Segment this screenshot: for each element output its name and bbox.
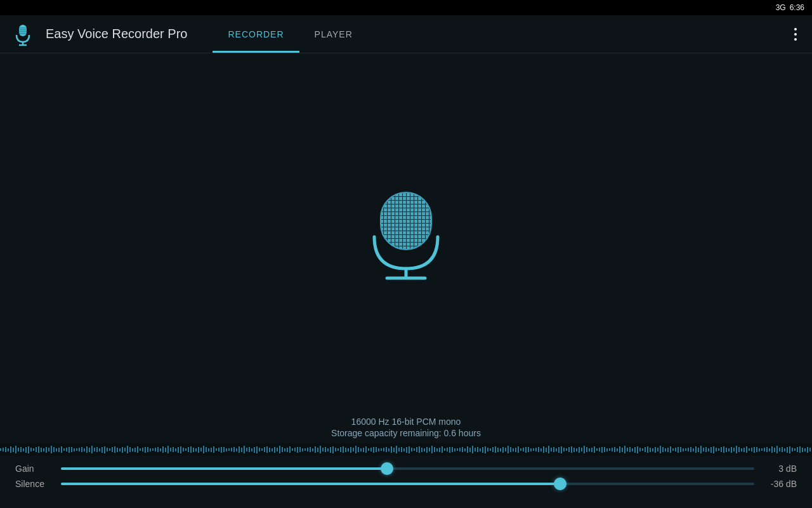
waveform-bar: [327, 448, 329, 451]
waveform-bar: [652, 448, 653, 451]
waveform-bar: [721, 447, 722, 452]
waveform-bar: [665, 448, 666, 451]
waveform-bar: [434, 447, 435, 452]
waveform-bar: [787, 447, 788, 453]
waveform-bar: [398, 448, 400, 451]
waveform-bar: [188, 447, 189, 452]
waveform-bar: [751, 448, 752, 451]
waveform-bar: [728, 448, 730, 451]
signal-indicator: 3G: [776, 3, 786, 12]
waveform-bar: [731, 447, 732, 453]
audio-format-label: 16000 Hz 16-bit PCM mono: [331, 417, 481, 427]
waveform-bar: [297, 447, 298, 453]
waveform-bar: [76, 448, 77, 451]
waveform-bar: [584, 446, 585, 453]
waveform-bar: [46, 447, 47, 453]
silence-value: -36 dB: [762, 479, 797, 489]
silence-thumb[interactable]: [554, 478, 566, 490]
waveform-bar: [766, 447, 768, 452]
waveform-bar: [480, 448, 481, 451]
waveform-bar: [619, 446, 620, 453]
waveform-bar: [117, 448, 118, 452]
waveform-bar: [337, 448, 339, 451]
waveform-bar: [609, 448, 610, 451]
waveform-bar: [414, 448, 415, 451]
waveform-bar: [155, 448, 156, 451]
waveform-bar: [391, 446, 392, 453]
waveform-bar: [629, 447, 631, 452]
waveform-bar: [340, 447, 341, 452]
waveform-bar: [655, 447, 656, 453]
waveform-bar: [178, 447, 179, 453]
waveform-bar: [150, 448, 151, 451]
waveform-bar: [444, 448, 445, 451]
waveform-bar: [776, 446, 778, 453]
waveform-bar: [48, 448, 49, 451]
silence-track[interactable]: [61, 483, 754, 485]
main-content: 16000 Hz 16-bit PCM mono Storage capacit…: [0, 53, 812, 443]
waveform-bar: [464, 448, 466, 451]
tab-recorder[interactable]: RECORDER: [213, 15, 299, 53]
gain-track[interactable]: [61, 467, 754, 470]
waveform-bar: [566, 448, 567, 451]
waveform-bar: [330, 447, 331, 453]
waveform-bar: [660, 446, 661, 453]
waveform-bar: [378, 448, 379, 451]
waveform-bar: [761, 448, 763, 451]
waveform-bar: [576, 448, 577, 451]
overflow-menu-icon[interactable]: [789, 23, 802, 46]
waveform-bar: [5, 447, 6, 452]
waveform-bar: [274, 447, 275, 453]
waveform-bar: [102, 447, 103, 453]
waveform-bar: [320, 446, 321, 453]
waveform-bar: [38, 446, 39, 453]
waveform-bar: [467, 446, 468, 453]
waveform-bar: [459, 448, 461, 451]
waveform-bar: [736, 446, 737, 453]
waveform-bar: [601, 447, 603, 453]
mic-area: [0, 53, 812, 417]
waveform-bar: [355, 446, 357, 453]
waveform-bar: [518, 446, 519, 453]
waveform-bar: [373, 447, 374, 453]
waveform-bar: [462, 447, 463, 452]
waveform-bar: [254, 447, 255, 453]
waveform-bar: [112, 447, 113, 452]
gain-thumb[interactable]: [381, 462, 393, 475]
waveform-bar: [165, 448, 166, 452]
waveform-bar: [53, 447, 55, 452]
waveform-bar: [173, 447, 174, 452]
waveform-bar: [345, 448, 346, 452]
status-bar: 3G 6:36: [0, 0, 812, 15]
waveform-bar: [442, 446, 443, 453]
waveform-bar: [239, 446, 240, 453]
waveform-bar: [794, 448, 796, 451]
waveform-bar: [122, 447, 123, 453]
waveform-bar: [452, 447, 453, 452]
waveform-bar: [705, 447, 707, 452]
waveform-bar: [302, 448, 303, 451]
waveform-bar: [457, 448, 458, 451]
waveform-bar: [353, 448, 354, 451]
waveform-bar: [107, 448, 108, 451]
waveform-bar: [617, 448, 618, 451]
storage-info-label: Storage capacity remaining: 0.6 hours: [331, 428, 481, 438]
waveform-bar: [162, 446, 164, 453]
waveform-bar: [348, 448, 349, 451]
waveform-bar: [579, 447, 580, 453]
waveform-bar: [502, 447, 504, 453]
waveform-bar: [558, 447, 560, 453]
waveform-bar: [546, 448, 547, 452]
tab-player[interactable]: PLAYER: [299, 15, 368, 53]
waveform-bar: [680, 447, 681, 452]
waveform-bar: [236, 448, 237, 451]
app-title: Easy Voice Recorder Pro: [46, 27, 187, 41]
waveform-bar: [81, 447, 82, 452]
waveform-bar: [726, 448, 727, 452]
waveform-bar: [401, 447, 402, 452]
waveform-bar: [477, 447, 478, 452]
waveform-bar: [104, 446, 105, 453]
waveform-bar: [792, 448, 793, 451]
waveform-bar: [764, 448, 765, 451]
waveform-bar: [642, 448, 643, 451]
